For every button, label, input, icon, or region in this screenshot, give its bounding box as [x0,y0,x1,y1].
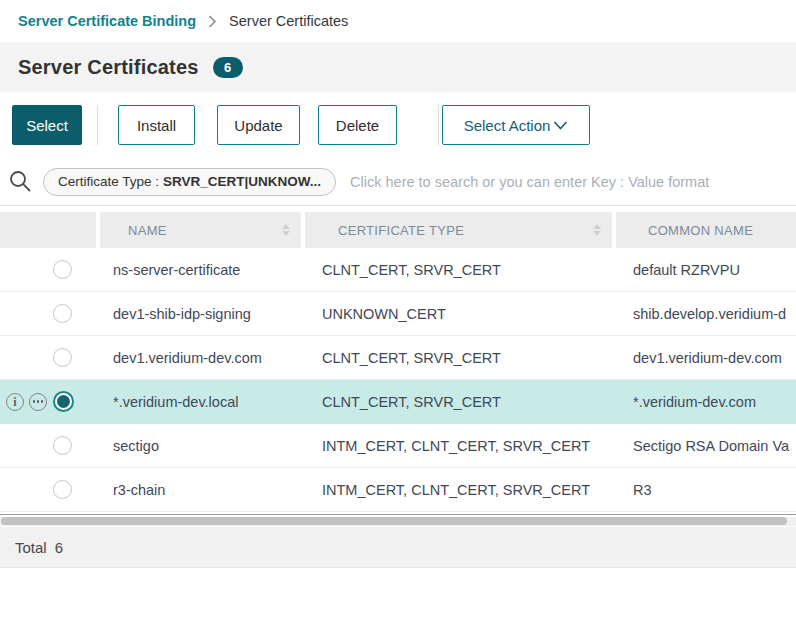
radio-button[interactable] [53,304,72,323]
scrollbar-thumb[interactable] [1,517,787,525]
header-label-common-name: COMMON NAME [648,223,753,238]
cell-name: dev1-shib-idp-signing [96,306,305,322]
header-cell-name[interactable]: NAME [100,212,301,248]
filter-chip-key: Certificate Type : [58,174,159,189]
table-bottom-border [0,514,796,515]
install-button[interactable]: Install [118,105,195,145]
toolbar: Select Install Update Delete Select Acti… [0,92,796,158]
cell-name: r3-chain [96,482,305,498]
row-selection-cell [0,468,96,511]
row-selection-cell [0,292,96,335]
header-label-name: NAME [128,223,167,238]
ellipsis-glyph [33,400,44,403]
select-action-label: Select Action [464,117,551,134]
cell-name: sectigo [96,438,305,454]
filter-chip-value: SRVR_CERT|UNKNOW... [163,174,321,189]
cell-certificate-type: CLNT_CERT, SRVR_CERT [305,262,616,278]
table-row[interactable]: dev1.veridium-dev.com CLNT_CERT, SRVR_CE… [0,336,796,380]
table-row[interactable]: ns-server-certificate CLNT_CERT, SRVR_CE… [0,248,796,292]
cell-name: dev1.veridium-dev.com [96,350,305,366]
cell-certificate-type: INTM_CERT, CLNT_CERT, SRVR_CERT [305,438,616,454]
cell-common-name: shib.develop.veridium-d [616,306,796,322]
radio-button[interactable] [53,260,72,279]
cell-common-name: R3 [616,482,796,498]
table-header: NAME CERTIFICATE TYPE COMMON NAME [0,212,796,248]
radio-button[interactable] [53,348,72,367]
count-badge: 6 [213,57,243,78]
radio-button[interactable] [53,436,72,455]
radio-button-selected[interactable] [53,391,74,412]
table-row[interactable]: dev1-shib-idp-signing UNKNOWN_CERT shib.… [0,292,796,336]
toolbar-divider [97,105,98,145]
breadcrumb-current: Server Certificates [229,13,348,29]
cell-name: ns-server-certificate [96,262,305,278]
filter-chip-certificate-type[interactable]: Certificate Type : SRVR_CERT|UNKNOW... [43,168,336,196]
header-cell-certificate-type[interactable]: CERTIFICATE TYPE [305,212,612,248]
chevron-down-icon [553,121,568,130]
search-input[interactable] [350,174,796,190]
delete-button[interactable]: Delete [318,105,397,145]
info-icon[interactable]: i [6,393,24,411]
breadcrumb-link-server-certificate-binding[interactable]: Server Certificate Binding [18,13,196,29]
page-header: Server Certificates 6 [0,42,796,92]
row-selection-cell [0,248,96,291]
cell-certificate-type: INTM_CERT, CLNT_CERT, SRVR_CERT [305,482,616,498]
select-button[interactable]: Select [12,105,82,145]
table-row[interactable]: r3-chain INTM_CERT, CLNT_CERT, SRVR_CERT… [0,468,796,512]
cell-common-name: dev1.veridium-dev.com [616,350,796,366]
update-button[interactable]: Update [217,105,300,145]
breadcrumb-chevron-icon [208,15,217,28]
sort-icon[interactable] [593,224,601,236]
certificates-table: ns-server-certificate CLNT_CERT, SRVR_CE… [0,248,796,512]
cell-name: *.veridium-dev.local [96,394,305,410]
header-label-certificate-type: CERTIFICATE TYPE [338,223,464,238]
breadcrumb: Server Certificate Binding Server Certif… [0,0,796,42]
table-row-selected[interactable]: i *.veridium-dev.local CLNT_CERT, SRVR_C… [0,380,796,424]
sort-icon[interactable] [282,224,290,236]
table-footer: Total 6 [0,527,796,568]
radio-dot [57,395,70,408]
row-selection-cell [0,424,96,467]
total-label: Total [15,539,47,556]
header-cell-selection [0,212,96,248]
row-selection-cell: i [0,380,96,423]
cell-certificate-type: CLNT_CERT, SRVR_CERT [305,394,616,410]
search-icon [8,169,33,194]
radio-button[interactable] [53,480,72,499]
total-value: 6 [55,539,63,556]
cell-common-name: *.veridium-dev.com [616,394,796,410]
cell-certificate-type: CLNT_CERT, SRVR_CERT [305,350,616,366]
header-cell-common-name[interactable]: COMMON NAME [616,212,796,248]
search-bar: Certificate Type : SRVR_CERT|UNKNOW... [0,158,796,206]
server-certificates-page: Server Certificate Binding Server Certif… [0,0,796,621]
horizontal-scrollbar[interactable] [0,517,796,526]
table-row[interactable]: sectigo INTM_CERT, CLNT_CERT, SRVR_CERT … [0,424,796,468]
cell-common-name: Sectigo RSA Domain Va [616,438,796,454]
cell-certificate-type: UNKNOWN_CERT [305,306,616,322]
select-action-dropdown[interactable]: Select Action [442,105,590,145]
toolbar-divider [438,105,439,145]
row-selection-cell [0,336,96,379]
more-actions-icon[interactable] [29,393,47,411]
cell-common-name: default RZRVPU [616,262,796,278]
page-title: Server Certificates [18,56,199,79]
info-glyph: i [13,396,16,408]
